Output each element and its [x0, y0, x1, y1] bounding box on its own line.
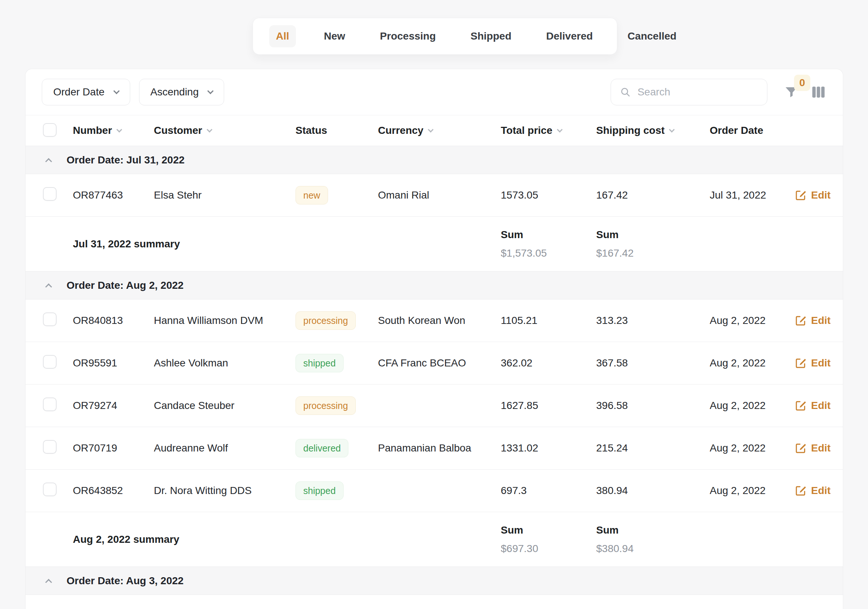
status-badge: new [296, 186, 328, 205]
edit-button[interactable]: Edit [795, 442, 831, 454]
status-tab-cancelled[interactable]: Cancelled [621, 25, 683, 47]
cell-currency: South Korean Won [378, 315, 501, 327]
row-checkbox[interactable] [43, 440, 57, 454]
cell-order-date: Aug 2, 2022 [710, 400, 795, 412]
cell-number: OR840813 [73, 315, 154, 327]
column-header-label: Total price [501, 125, 553, 136]
table-row: OR79274 Candace Steuber processing 1627.… [26, 384, 843, 427]
sort-order-value: Ascending [150, 86, 199, 98]
cell-total-price: 1627.85 [501, 400, 596, 412]
cell-currency: CFA Franc BCEAO [378, 357, 501, 369]
table-row: OR70719 Audreanne Wolf delivered Panaman… [26, 427, 843, 470]
edit-button[interactable]: Edit [795, 357, 831, 369]
status-tab-delivered[interactable]: Delivered [539, 25, 600, 47]
column-header-shipping-cost[interactable]: Shipping cost [596, 125, 710, 136]
row-checkbox[interactable] [43, 355, 57, 369]
column-header-label: Currency [378, 125, 423, 136]
sort-order-dropdown[interactable]: Ascending [139, 79, 225, 105]
column-header-status: Status [296, 125, 378, 136]
status-tabbar: AllNewProcessingShippedDeliveredCancelle… [253, 18, 617, 55]
group-header-row[interactable]: Order Date: Aug 3, 2022 [26, 567, 843, 595]
cell-number: OR643852 [73, 485, 154, 497]
status-tab-shipped[interactable]: Shipped [464, 25, 518, 47]
edit-pencil-icon [795, 315, 807, 327]
column-header-number[interactable]: Number [73, 125, 154, 136]
cell-shipping-cost: 380.94 [596, 485, 710, 497]
status-tab-all[interactable]: All [269, 25, 296, 47]
total-price-sum-title: Sum [501, 524, 596, 536]
status-tab-new[interactable]: New [317, 25, 352, 47]
group-title: Order Date: Aug 2, 2022 [67, 279, 183, 291]
status-badge: shipped [296, 482, 344, 500]
status-badge: delivered [296, 439, 349, 457]
filter-count-badge: 0 [794, 75, 810, 91]
select-all-checkbox[interactable] [43, 123, 57, 137]
sort-chevron-icon [428, 127, 434, 132]
column-header-label: Customer [154, 125, 202, 136]
column-header-label: Status [296, 125, 327, 136]
sort-chevron-icon [556, 127, 563, 132]
status-badge: shipped [296, 354, 344, 372]
row-checkbox[interactable] [43, 187, 57, 201]
orders-table-card: Order Date Ascending 0 [25, 69, 843, 609]
edit-label: Edit [811, 485, 831, 497]
table-toolbar: Order Date Ascending 0 [26, 69, 843, 115]
column-header-customer[interactable]: Customer [154, 125, 296, 136]
table-body: Order Date: Jul 31, 2022 OR877463 Elsa S… [26, 146, 843, 595]
collapse-group-icon[interactable] [45, 284, 52, 290]
group-title: Order Date: Jul 31, 2022 [67, 154, 184, 166]
table-row: OR643852 Dr. Nora Witting DDS shipped 69… [26, 470, 843, 512]
column-header-label: Order Date [710, 125, 763, 136]
search-icon [620, 86, 631, 98]
row-checkbox[interactable] [43, 313, 57, 326]
cell-customer: Candace Steuber [154, 400, 296, 412]
cell-customer: Audreanne Wolf [154, 442, 296, 454]
summary-label: Aug 2, 2022 summary [73, 533, 501, 545]
chevron-down-icon [208, 88, 214, 94]
cell-customer: Ashlee Volkman [154, 357, 296, 369]
group-header-row[interactable]: Order Date: Jul 31, 2022 [26, 146, 843, 174]
filter-button[interactable]: 0 [784, 84, 799, 100]
column-header-label: Shipping cost [596, 125, 665, 136]
sort-field-dropdown[interactable]: Order Date [42, 79, 130, 105]
row-checkbox[interactable] [43, 482, 57, 496]
cell-total-price: 362.02 [501, 357, 596, 369]
cell-currency: Omani Rial [378, 189, 501, 201]
cell-number: OR877463 [73, 189, 154, 201]
columns-button[interactable] [810, 84, 826, 100]
table-header-row: Number Customer Status Currency Total pr… [26, 115, 843, 146]
group-header-row[interactable]: Order Date: Aug 2, 2022 [26, 271, 843, 299]
sort-chevron-icon [669, 127, 675, 132]
cell-order-date: Jul 31, 2022 [710, 189, 795, 201]
edit-button[interactable]: Edit [795, 315, 831, 327]
total-price-sum-value: $697.30 [501, 543, 596, 555]
shipping-cost-sum-title: Sum [596, 229, 710, 241]
edit-button[interactable]: Edit [795, 400, 831, 412]
status-badge: processing [296, 311, 356, 330]
edit-pencil-icon [795, 189, 807, 201]
edit-label: Edit [811, 442, 831, 454]
total-price-sum-title: Sum [501, 229, 596, 241]
columns-icon [810, 84, 826, 100]
edit-pencil-icon [795, 400, 807, 412]
cell-currency: Panamanian Balboa [378, 442, 501, 454]
column-header-currency[interactable]: Currency [378, 125, 501, 136]
edit-button[interactable]: Edit [795, 485, 831, 497]
column-header-label: Number [73, 125, 112, 136]
edit-button[interactable]: Edit [795, 189, 831, 201]
chevron-down-icon [113, 88, 119, 94]
status-tab-processing[interactable]: Processing [373, 25, 442, 47]
collapse-group-icon[interactable] [45, 579, 52, 586]
table-row: OR877463 Elsa Stehr new Omani Rial 1573.… [26, 174, 843, 217]
edit-label: Edit [811, 189, 831, 201]
cell-shipping-cost: 167.42 [596, 189, 710, 201]
shipping-cost-sum-title: Sum [596, 524, 710, 536]
cell-shipping-cost: 313.23 [596, 315, 710, 327]
collapse-group-icon[interactable] [45, 158, 52, 165]
search-input[interactable] [638, 86, 758, 98]
row-checkbox[interactable] [43, 398, 57, 411]
edit-label: Edit [811, 315, 831, 327]
column-header-total-price[interactable]: Total price [501, 125, 596, 136]
cell-order-date: Aug 2, 2022 [710, 442, 795, 454]
sort-chevron-icon [206, 127, 212, 132]
